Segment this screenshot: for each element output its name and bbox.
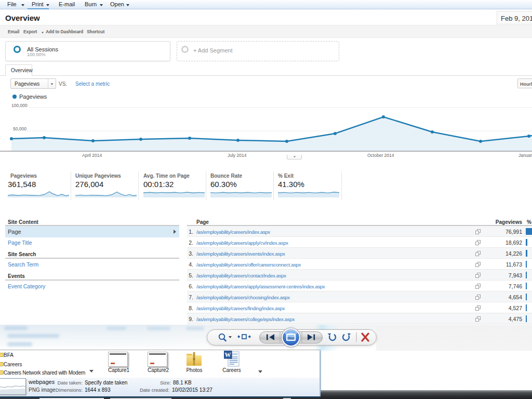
svg-text:W: W xyxy=(225,351,231,358)
